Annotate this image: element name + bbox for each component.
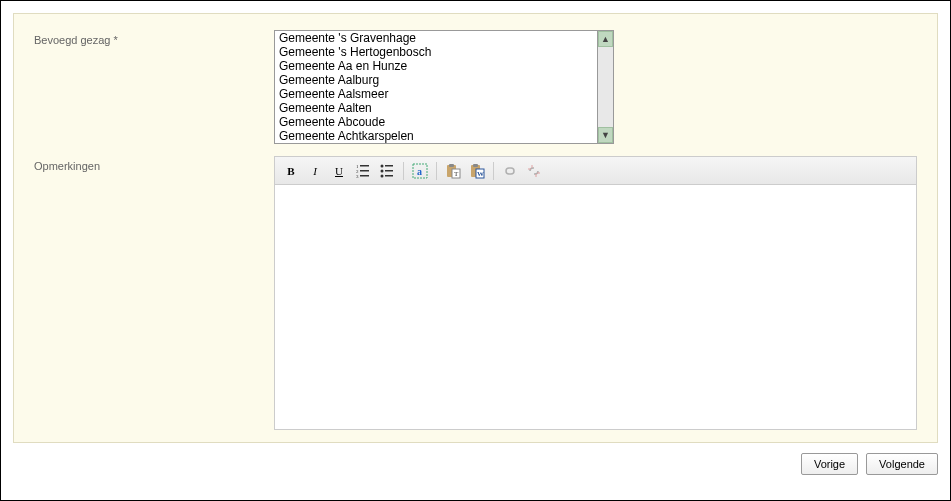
- unlink-button[interactable]: [524, 161, 544, 181]
- svg-text:a: a: [417, 166, 422, 177]
- list-item[interactable]: Gemeente Aa en Hunze: [275, 59, 597, 73]
- list-item[interactable]: Gemeente Achtkarspelen: [275, 129, 597, 143]
- scroll-down-icon[interactable]: ▼: [598, 127, 613, 143]
- list-item[interactable]: Gemeente Abcoude: [275, 115, 597, 129]
- svg-rect-1: [360, 165, 369, 167]
- editor-toolbar: B I U 123 a T W: [274, 156, 917, 184]
- listbox-wrap: Gemeente 's Gravenhage Gemeente 's Herto…: [274, 30, 614, 144]
- italic-button[interactable]: I: [305, 161, 325, 181]
- toolbar-separator: [403, 162, 404, 180]
- svg-rect-3: [360, 170, 369, 172]
- button-row: Vorige Volgende: [13, 453, 938, 475]
- select-all-button[interactable]: a: [410, 161, 430, 181]
- list-item[interactable]: Gemeente 's Gravenhage: [275, 31, 597, 45]
- list-item[interactable]: Gemeente Aalburg: [275, 73, 597, 87]
- input-col-opmerkingen: B I U 123 a T W: [274, 156, 917, 432]
- scroll-track[interactable]: [598, 47, 613, 127]
- svg-point-6: [381, 164, 384, 167]
- bold-button[interactable]: B: [281, 161, 301, 181]
- input-col-bevoegd-gezag: Gemeente 's Gravenhage Gemeente 's Herto…: [274, 30, 917, 144]
- svg-rect-7: [385, 165, 393, 167]
- svg-rect-11: [385, 175, 393, 177]
- list-item[interactable]: Gemeente Aalten: [275, 101, 597, 115]
- scroll-up-icon[interactable]: ▲: [598, 31, 613, 47]
- svg-rect-9: [385, 170, 393, 172]
- toolbar-separator: [436, 162, 437, 180]
- paste-text-button[interactable]: T: [443, 161, 463, 181]
- ordered-list-button[interactable]: 123: [353, 161, 373, 181]
- list-item[interactable]: Gemeente Aalsmeer: [275, 87, 597, 101]
- opmerkingen-editor[interactable]: [274, 184, 917, 430]
- svg-text:W: W: [477, 170, 484, 178]
- form-panel: Bevoegd gezag * Gemeente 's Gravenhage G…: [13, 13, 938, 443]
- svg-rect-5: [360, 175, 369, 177]
- svg-point-8: [381, 169, 384, 172]
- list-item[interactable]: Gemeente 's Hertogenbosch: [275, 45, 597, 59]
- toolbar-separator: [493, 162, 494, 180]
- svg-text:T: T: [454, 170, 459, 178]
- unordered-list-icon: [379, 163, 395, 179]
- paste-text-icon: T: [445, 163, 461, 179]
- select-all-icon: a: [412, 163, 428, 179]
- link-icon: [502, 163, 518, 179]
- prev-button[interactable]: Vorige: [801, 453, 858, 475]
- label-opmerkingen: Opmerkingen: [34, 156, 274, 432]
- underline-button[interactable]: U: [329, 161, 349, 181]
- paste-word-button[interactable]: W: [467, 161, 487, 181]
- listbox-scrollbar[interactable]: ▲ ▼: [598, 30, 614, 144]
- svg-text:3: 3: [356, 174, 359, 179]
- next-button[interactable]: Volgende: [866, 453, 938, 475]
- row-bevoegd-gezag: Bevoegd gezag * Gemeente 's Gravenhage G…: [34, 30, 917, 144]
- bevoegd-gezag-listbox[interactable]: Gemeente 's Gravenhage Gemeente 's Herto…: [274, 30, 598, 144]
- label-bevoegd-gezag: Bevoegd gezag *: [34, 30, 274, 144]
- unlink-icon: [526, 163, 542, 179]
- paste-word-icon: W: [469, 163, 485, 179]
- svg-rect-19: [473, 164, 478, 167]
- ordered-list-icon: 123: [355, 163, 371, 179]
- row-opmerkingen: Opmerkingen B I U 123 a T: [34, 156, 917, 432]
- svg-point-10: [381, 174, 384, 177]
- link-button[interactable]: [500, 161, 520, 181]
- svg-rect-15: [449, 164, 454, 167]
- unordered-list-button[interactable]: [377, 161, 397, 181]
